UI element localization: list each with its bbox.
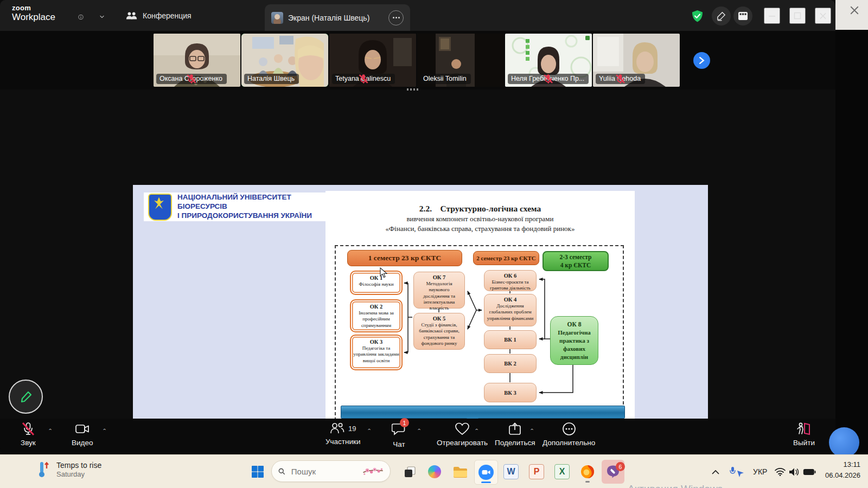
tab-screen-label: Экран (Наталія Швець) [288,14,369,22]
participant-tile[interactable]: Оксана Стороженко [154,34,240,87]
powerpoint-button[interactable]: P [525,460,548,484]
audio-button[interactable]: Звук [21,422,36,447]
timeline-bar [341,406,625,419]
search-input[interactable] [290,466,358,477]
zoom-app-button[interactable] [474,460,498,485]
participants-chevron[interactable]: ⌃ [367,428,372,433]
weather-title: Temps to rise [56,461,101,470]
logo-text-zoom: zoom [12,4,55,11]
participants-icon [330,422,344,435]
participants-button[interactable]: 19 Участники [326,422,361,446]
cherry-blossom-decoration [362,464,384,478]
language-indicator[interactable]: УКР [753,455,767,488]
chat-chevron[interactable]: ⌃ [417,428,422,433]
participant-tile-active[interactable]: Наталія Швець [241,34,328,87]
task-view-icon [403,465,417,479]
leave-button[interactable]: Выйти [793,422,815,447]
participant-name-pill: Yuliia Nehoda [596,74,645,84]
share-screen-icon [508,422,522,436]
close-button[interactable] [815,8,831,24]
minimize-button[interactable] [764,8,780,24]
tab-screen-share[interactable]: Экран (Наталія Швець) [265,4,410,31]
close-icon [819,12,827,20]
firefox-icon [580,465,595,479]
share-chevron[interactable]: ⌃ [529,428,534,433]
shared-screen-area: НАЦІОНАЛЬНИЙ УНІВЕРСИТЕТ БІОРЕСУРСІВ І П… [0,89,835,419]
participant-tile[interactable]: Неля Гребініченко Пр... [505,34,592,87]
mic-in-use-icon [729,466,744,477]
weather-subtitle: Saturday [56,470,101,478]
wifi-indicator[interactable] [775,455,786,488]
participant-tile[interactable]: Tetyana Calinescu [329,34,416,87]
taskbar-clock[interactable]: 13:11 06.04.2026 [813,459,860,480]
floating-blue-bubble[interactable] [829,427,859,458]
tab-conference[interactable]: Конференция [126,0,192,31]
excel-button[interactable]: X [551,460,573,484]
tray-mic-location[interactable] [729,455,744,488]
background-close-icon[interactable] [850,5,859,15]
annotation-pencil-button[interactable] [9,380,43,414]
speaker-icon [789,467,799,477]
people-icon [126,11,138,21]
firefox-button[interactable] [576,460,599,484]
copilot-button[interactable] [423,460,446,484]
more-icon [562,422,576,436]
zoom-workplace-logo: zoom Workplace [12,4,55,22]
info-button[interactable] [75,11,87,23]
participants-label: Участники [326,438,361,446]
viber-badge: 6 [616,462,625,471]
volume-indicator[interactable] [789,455,799,488]
taskbar-search[interactable] [271,460,391,482]
annotate-button[interactable] [712,7,731,25]
wifi-icon [775,467,786,476]
share-button[interactable]: Поделиться [495,422,535,447]
react-button[interactable]: Отреагировать [437,422,488,447]
copilot-icon [428,465,441,478]
windows-taskbar: Temps to rise Saturday [0,454,868,488]
pencil-icon [716,11,726,21]
university-name: НАЦІОНАЛЬНИЙ УНІВЕРСИТЕТ БІОРЕСУРСІВ І П… [177,193,338,221]
maximize-button[interactable] [789,8,806,24]
zoom-titlebar: zoom Workplace Конференция Экран (Наталі… [0,0,835,31]
video-button[interactable]: Видео [72,422,93,447]
muted-mic-icon [332,74,395,84]
zoom-app-icon [478,465,494,480]
security-shield[interactable] [691,10,704,25]
more-button[interactable]: Дополнительно [542,422,595,447]
excel-icon: X [554,464,570,479]
university-logo [148,194,172,221]
start-button[interactable] [246,460,269,484]
minimize-icon [768,12,776,20]
folder-icon [453,466,468,478]
chat-button[interactable]: 1 Чат [392,422,406,448]
participant-tile[interactable]: Yuliia Nehoda [593,34,680,87]
participant-name-pill: Неля Гребініченко Пр... [508,74,589,84]
strip-resize-handle[interactable] [407,88,420,91]
participant-name: Наталія Швець [247,75,295,82]
participant-tile[interactable]: Oleksii Tomilin [417,34,504,87]
participant-name-pill: Tetyana Calinescu [332,74,395,84]
tray-chevron-icon [712,470,719,474]
screen: zoom Workplace Конференция Экран (Наталі… [0,0,868,488]
viber-button[interactable]: 6 [602,460,624,484]
thermometer-icon [38,461,50,478]
video-options-chevron[interactable]: ⌃ [102,428,107,433]
search-icon [278,467,285,476]
react-chevron[interactable]: ⌃ [474,428,479,433]
taskbar-weather-widget[interactable]: Temps to rise Saturday [38,461,101,478]
camera-icon [75,422,90,436]
apps-icon [738,11,748,21]
task-view-button[interactable] [398,460,421,484]
file-explorer-button[interactable] [449,460,471,484]
mouse-cursor [380,267,388,278]
apps-button[interactable] [733,7,752,25]
audio-options-chevron[interactable]: ⌃ [48,428,53,433]
chat-badge: 1 [400,418,409,427]
leave-label: Выйти [793,439,815,447]
word-button[interactable]: W [500,460,522,484]
maximize-icon [794,12,801,20]
tray-expand[interactable] [712,455,719,488]
next-participants-button[interactable] [693,52,710,69]
titlebar-chevron-button[interactable] [97,12,107,22]
tab-more-button[interactable] [388,10,404,25]
